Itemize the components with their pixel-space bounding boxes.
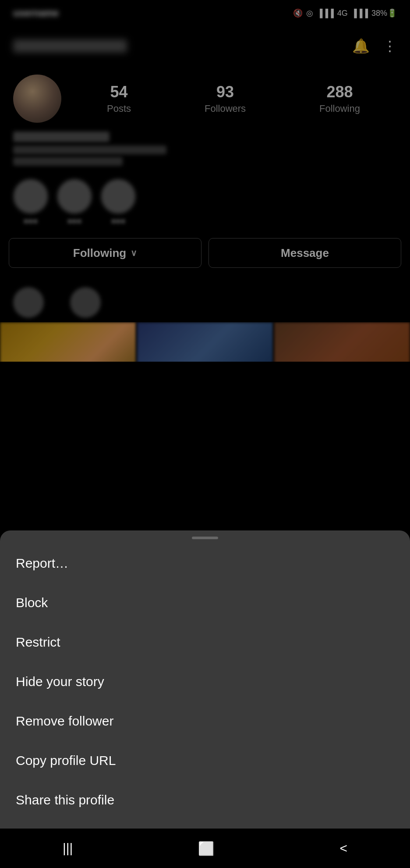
- sheet-handle: [192, 537, 218, 539]
- nav-bar: ||| ⬜ <: [0, 829, 410, 868]
- back-icon[interactable]: <: [339, 841, 347, 856]
- block-item[interactable]: Block: [0, 583, 410, 623]
- copy-url-item[interactable]: Copy profile URL: [0, 741, 410, 780]
- hide-story-item[interactable]: Hide your story: [0, 662, 410, 701]
- share-profile-item[interactable]: Share this profile: [0, 780, 410, 820]
- recent-apps-icon[interactable]: |||: [63, 841, 73, 856]
- remove-follower-item[interactable]: Remove follower: [0, 701, 410, 741]
- restrict-item[interactable]: Restrict: [0, 623, 410, 662]
- bottom-sheet: Report… Block Restrict Hide your story R…: [0, 530, 410, 829]
- report-item[interactable]: Report…: [0, 544, 410, 583]
- home-icon[interactable]: ⬜: [198, 841, 214, 856]
